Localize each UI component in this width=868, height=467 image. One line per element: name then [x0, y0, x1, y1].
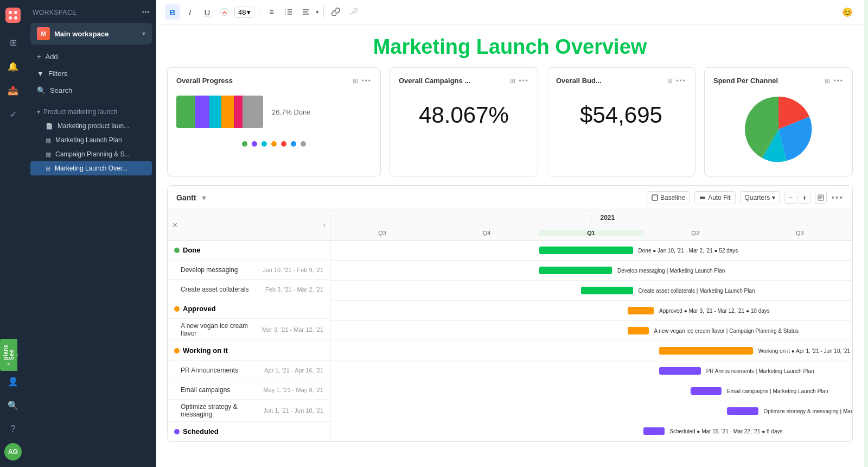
sidebar-item-3[interactable]: ⊞ Marketing Launch Over... [30, 161, 152, 175]
underline-button[interactable]: U [200, 4, 215, 20]
gantt-email-bar [691, 387, 722, 395]
spend-card-actions: ⊞ ••• [825, 77, 844, 85]
see-plans-button[interactable]: +See plans [0, 339, 17, 371]
gantt-pr-bar-container: PR Announcements | Marketing Launch Plan [330, 361, 852, 381]
zoom-in-button[interactable]: + [799, 192, 810, 204]
gantt-task-optimize: Optimize strategy & messaging Jun 1, '21… [168, 400, 330, 422]
nav-check-icon[interactable]: ✓ [3, 104, 23, 124]
add-icon: + [37, 53, 41, 61]
gantt-chart-create-asset: Create asset collaterals | Marketing Lau… [330, 281, 852, 301]
add-label: Add [46, 53, 58, 61]
gantt-done-bar-label: Done ● Jan 10, '21 - Mar 2, '21 ● 52 day… [639, 248, 738, 254]
gantt-chart-scheduled-group: Scheduled ● Mar 15, '21 - Mar 22, '21 ● … [330, 421, 852, 441]
table-icon-2: ▦ [46, 151, 51, 158]
gantt-q3-right: Q3 [748, 230, 852, 236]
gantt-task-create-asset: Create asset collaterals Feb 3, '21 - Ma… [168, 280, 330, 299]
email-name: Email campaigns [181, 386, 259, 394]
spend-more-icon[interactable]: ••• [833, 77, 844, 85]
app-logo [4, 7, 22, 24]
section-collapse-icon: ▾ [37, 108, 40, 116]
bar-seg-gray [242, 96, 263, 128]
emoji-button[interactable]: 😊 [840, 4, 855, 20]
gantt-optimize-bar-container: Optimize strategy & messaging | Marketin… [330, 401, 852, 421]
workspace-selector[interactable]: M Main workspace ▾ [30, 23, 152, 45]
spend-filter-icon[interactable]: ⊞ [825, 77, 830, 85]
overall-campaigns-card: Overall Campaigns ... ⊞ ••• 48.067% [390, 67, 538, 176]
gantt-working-bar-container: Working on it ● Apr 1, '21 - Jun 10, '21… [330, 341, 852, 361]
align-button[interactable] [298, 4, 314, 20]
svg-point-3 [9, 16, 12, 20]
bar-seg-teal [209, 96, 221, 128]
doc-icon: 📄 [46, 123, 53, 130]
filters-action[interactable]: ▼ Filters [30, 66, 152, 81]
unordered-list-button[interactable]: ≡ [264, 4, 279, 20]
gantt-vegan-cell: A new vegan ice cream flavor Mar 3, '21 … [168, 319, 330, 340]
auto-fit-button[interactable]: Auto Fit [694, 191, 735, 204]
link-button[interactable] [328, 4, 343, 20]
vegan-name: A new vegan ice cream flavor [181, 322, 258, 337]
sidebar-more-icon[interactable]: ••• [142, 9, 150, 16]
campaigns-more-icon[interactable]: ••• [519, 77, 529, 85]
gantt-section: Gantt ▼ Baseline Auto Fit Quarters ▾ [167, 185, 853, 442]
gantt-chart-develop: Develop messaging | Marketing Launch Pla… [330, 261, 852, 281]
gantt-more-button[interactable]: ••• [831, 193, 844, 203]
expand-tasks-icon[interactable]: ‹ [323, 221, 326, 229]
svg-line-15 [350, 9, 356, 15]
gantt-chart-optimize: Optimize strategy & messaging | Marketin… [330, 401, 852, 421]
nav-grid-icon[interactable]: ⊞ [3, 33, 23, 52]
gantt-develop-bar-label: Develop messaging | Marketing Launch Pla… [617, 268, 725, 274]
toolbar-divider-2 [323, 7, 324, 17]
gantt-develop-bar-container: Develop messaging | Marketing Launch Pla… [330, 261, 852, 280]
quarters-chevron-icon: ▾ [772, 194, 775, 201]
user-avatar[interactable]: AG [4, 443, 22, 460]
nav-people-icon[interactable]: 👤 [3, 371, 23, 391]
unlink-button[interactable] [346, 4, 361, 20]
nav-search-icon[interactable]: 🔍 [3, 395, 23, 415]
gantt-export-button[interactable] [815, 192, 827, 204]
zoom-out-button[interactable]: − [784, 192, 796, 204]
gantt-group-done: Done [168, 241, 330, 260]
sidebar-item-2[interactable]: ▦ Campaign Planning & S... [30, 147, 152, 161]
sidebar-item-0[interactable]: 📄 Marketing product laun... [30, 119, 152, 133]
nav-bell-icon[interactable]: 🔔 [3, 56, 23, 76]
budget-filter-icon[interactable]: ⊞ [667, 77, 673, 85]
progress-filter-icon[interactable]: ⊞ [353, 77, 358, 85]
gantt-email-bar-container: Email campaigns | Marketing Launch Plan [330, 381, 852, 401]
font-size-selector[interactable]: 48 ▾ [234, 7, 254, 18]
dot-blue [291, 141, 296, 147]
quarters-selector[interactable]: Quarters ▾ [740, 191, 781, 204]
gantt-asset-bar-container: Create asset collaterals | Marketing Lau… [330, 281, 852, 300]
bar-seg-purple [195, 96, 209, 128]
campaigns-filter-icon[interactable]: ⊞ [510, 77, 515, 85]
ordered-list-button[interactable]: 123 [281, 4, 296, 20]
gantt-task-pr: PR Announcements Apr 1, '21 - Apr 16, '2… [168, 361, 330, 380]
gantt-vegan-bar [628, 327, 648, 335]
sidebar-item-1[interactable]: ▦ Marketing Launch Plan [30, 133, 152, 147]
progress-bar-container: 26.7% Done [176, 91, 372, 132]
search-action[interactable]: 🔍 Search [30, 83, 152, 98]
pie-svg [741, 91, 816, 167]
gantt-develop-bar [539, 267, 612, 274]
collapse-tasks-icon[interactable]: ✕ [172, 221, 178, 229]
italic-button[interactable]: I [182, 4, 197, 20]
sidebar-workspace-label: Workspace [33, 9, 77, 16]
progress-more-icon[interactable]: ••• [361, 77, 372, 85]
add-action[interactable]: + Add [30, 49, 152, 65]
page-content: Marketing Launch Overview Overall Progre… [156, 24, 864, 467]
gantt-filter-icon[interactable]: ▼ [201, 194, 208, 202]
gantt-develop-msg-cell: Develop messaging Jan 10, '21 - Feb 9, '… [168, 260, 330, 279]
gantt-group-scheduled: Scheduled [168, 422, 330, 441]
gantt-chart-working-group: Working on it ● Apr 1, '21 - Jun 10, '21… [330, 341, 852, 361]
dot-red [281, 141, 286, 147]
filters-icon: ▼ [37, 70, 44, 78]
align-chevron-icon: ▾ [316, 9, 319, 16]
color-button[interactable] [217, 4, 232, 20]
bold-button[interactable]: B [165, 4, 180, 20]
workspace-icon: M [37, 27, 50, 40]
baseline-button[interactable]: Baseline [647, 191, 690, 204]
gantt-q2: Q2 [643, 230, 748, 236]
nav-inbox-icon[interactable]: 📥 [3, 80, 23, 100]
budget-more-icon[interactable]: ••• [676, 77, 686, 85]
sidebar-section-header[interactable]: ▾ Product marketing launch [30, 105, 152, 119]
nav-help-icon[interactable]: ? [3, 419, 23, 439]
